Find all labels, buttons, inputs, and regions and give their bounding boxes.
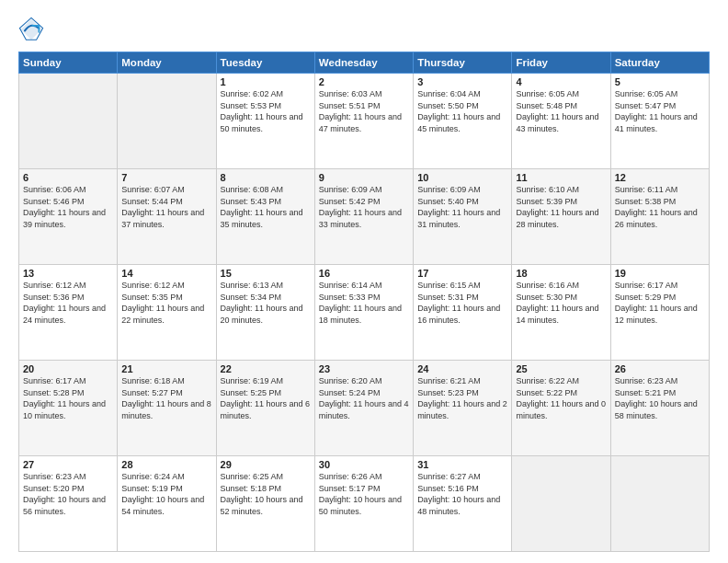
table-row: 23Sunrise: 6:20 AM Sunset: 5:24 PM Dayli…: [314, 361, 413, 456]
day-info: Sunrise: 6:10 AM Sunset: 5:39 PM Dayligh…: [516, 184, 606, 230]
table-row: 25Sunrise: 6:22 AM Sunset: 5:22 PM Dayli…: [512, 361, 610, 456]
logo: [18, 17, 48, 42]
table-row: [118, 74, 216, 169]
day-number: 10: [417, 172, 507, 183]
table-row: 18Sunrise: 6:16 AM Sunset: 5:30 PM Dayli…: [512, 265, 610, 361]
day-info: Sunrise: 6:12 AM Sunset: 5:35 PM Dayligh…: [121, 280, 211, 326]
day-number: 11: [516, 172, 606, 183]
day-info: Sunrise: 6:11 AM Sunset: 5:38 PM Dayligh…: [615, 184, 705, 230]
table-row: 14Sunrise: 6:12 AM Sunset: 5:35 PM Dayli…: [118, 265, 216, 361]
day-number: 21: [121, 363, 211, 374]
calendar-table: Sunday Monday Tuesday Wednesday Thursday…: [18, 52, 710, 552]
day-info: Sunrise: 6:27 AM Sunset: 5:16 PM Dayligh…: [417, 471, 507, 517]
day-info: Sunrise: 6:18 AM Sunset: 5:27 PM Dayligh…: [121, 375, 211, 421]
table-row: 17Sunrise: 6:15 AM Sunset: 5:31 PM Dayli…: [414, 265, 512, 361]
day-info: Sunrise: 6:26 AM Sunset: 5:17 PM Dayligh…: [319, 471, 409, 517]
calendar-week-row: 6Sunrise: 6:06 AM Sunset: 5:46 PM Daylig…: [19, 169, 710, 265]
table-row: 16Sunrise: 6:14 AM Sunset: 5:33 PM Dayli…: [314, 265, 413, 361]
table-row: [19, 74, 118, 169]
day-number: 1: [221, 76, 311, 87]
day-number: 8: [221, 172, 311, 183]
table-row: 28Sunrise: 6:24 AM Sunset: 5:19 PM Dayli…: [118, 456, 216, 552]
day-number: 20: [23, 363, 113, 374]
day-info: Sunrise: 6:12 AM Sunset: 5:36 PM Dayligh…: [23, 280, 113, 326]
day-info: Sunrise: 6:04 AM Sunset: 5:50 PM Dayligh…: [417, 88, 507, 134]
table-row: 9Sunrise: 6:09 AM Sunset: 5:42 PM Daylig…: [314, 169, 413, 265]
table-row: 20Sunrise: 6:17 AM Sunset: 5:28 PM Dayli…: [19, 361, 118, 456]
table-row: 4Sunrise: 6:05 AM Sunset: 5:48 PM Daylig…: [512, 74, 610, 169]
table-row: 29Sunrise: 6:25 AM Sunset: 5:18 PM Dayli…: [216, 456, 314, 552]
table-row: 22Sunrise: 6:19 AM Sunset: 5:25 PM Dayli…: [216, 361, 314, 456]
day-number: 13: [23, 268, 113, 279]
header-sunday: Sunday: [19, 52, 118, 74]
day-number: 29: [221, 459, 311, 470]
table-row: 19Sunrise: 6:17 AM Sunset: 5:29 PM Dayli…: [610, 265, 709, 361]
day-number: 19: [615, 268, 705, 279]
day-info: Sunrise: 6:06 AM Sunset: 5:46 PM Dayligh…: [23, 184, 113, 230]
table-row: 30Sunrise: 6:26 AM Sunset: 5:17 PM Dayli…: [314, 456, 413, 552]
table-row: 3Sunrise: 6:04 AM Sunset: 5:50 PM Daylig…: [414, 74, 512, 169]
day-number: 6: [23, 172, 113, 183]
day-info: Sunrise: 6:09 AM Sunset: 5:42 PM Dayligh…: [319, 184, 409, 230]
day-number: 5: [615, 76, 705, 87]
header-saturday: Saturday: [610, 52, 709, 74]
day-info: Sunrise: 6:24 AM Sunset: 5:19 PM Dayligh…: [121, 471, 211, 517]
day-number: 12: [615, 172, 705, 183]
day-info: Sunrise: 6:05 AM Sunset: 5:47 PM Dayligh…: [615, 88, 705, 134]
day-info: Sunrise: 6:15 AM Sunset: 5:31 PM Dayligh…: [417, 280, 507, 326]
table-row: 12Sunrise: 6:11 AM Sunset: 5:38 PM Dayli…: [610, 169, 709, 265]
day-info: Sunrise: 6:17 AM Sunset: 5:29 PM Dayligh…: [615, 280, 705, 326]
header: [18, 17, 710, 42]
day-info: Sunrise: 6:03 AM Sunset: 5:51 PM Dayligh…: [319, 88, 409, 134]
header-monday: Monday: [118, 52, 216, 74]
table-row: 26Sunrise: 6:23 AM Sunset: 5:21 PM Dayli…: [610, 361, 709, 456]
day-number: 28: [121, 459, 211, 470]
day-info: Sunrise: 6:07 AM Sunset: 5:44 PM Dayligh…: [121, 184, 211, 230]
day-number: 7: [121, 172, 211, 183]
table-row: 5Sunrise: 6:05 AM Sunset: 5:47 PM Daylig…: [610, 74, 709, 169]
day-number: 16: [319, 268, 409, 279]
day-number: 15: [221, 268, 311, 279]
table-row: 31Sunrise: 6:27 AM Sunset: 5:16 PM Dayli…: [414, 456, 512, 552]
calendar-week-row: 1Sunrise: 6:02 AM Sunset: 5:53 PM Daylig…: [19, 74, 710, 169]
day-number: 22: [221, 363, 311, 374]
day-info: Sunrise: 6:25 AM Sunset: 5:18 PM Dayligh…: [221, 471, 311, 517]
day-number: 18: [516, 268, 606, 279]
header-tuesday: Tuesday: [216, 52, 314, 74]
day-number: 25: [516, 363, 606, 374]
day-info: Sunrise: 6:13 AM Sunset: 5:34 PM Dayligh…: [221, 280, 311, 326]
table-row: 7Sunrise: 6:07 AM Sunset: 5:44 PM Daylig…: [118, 169, 216, 265]
header-thursday: Thursday: [414, 52, 512, 74]
day-number: 24: [417, 363, 507, 374]
day-info: Sunrise: 6:23 AM Sunset: 5:20 PM Dayligh…: [23, 471, 113, 517]
day-number: 9: [319, 172, 409, 183]
day-info: Sunrise: 6:19 AM Sunset: 5:25 PM Dayligh…: [221, 375, 311, 421]
day-info: Sunrise: 6:20 AM Sunset: 5:24 PM Dayligh…: [319, 375, 409, 421]
day-number: 27: [23, 459, 113, 470]
day-info: Sunrise: 6:16 AM Sunset: 5:30 PM Dayligh…: [516, 280, 606, 326]
table-row: 24Sunrise: 6:21 AM Sunset: 5:23 PM Dayli…: [414, 361, 512, 456]
day-number: 30: [319, 459, 409, 470]
table-row: 13Sunrise: 6:12 AM Sunset: 5:36 PM Dayli…: [19, 265, 118, 361]
day-info: Sunrise: 6:09 AM Sunset: 5:40 PM Dayligh…: [417, 184, 507, 230]
table-row: 8Sunrise: 6:08 AM Sunset: 5:43 PM Daylig…: [216, 169, 314, 265]
day-number: 17: [417, 268, 507, 279]
calendar-header-row: Sunday Monday Tuesday Wednesday Thursday…: [19, 52, 710, 74]
day-info: Sunrise: 6:22 AM Sunset: 5:22 PM Dayligh…: [516, 375, 606, 421]
day-number: 31: [417, 459, 507, 470]
day-number: 14: [121, 268, 211, 279]
day-number: 2: [319, 76, 409, 87]
table-row: 1Sunrise: 6:02 AM Sunset: 5:53 PM Daylig…: [216, 74, 314, 169]
day-number: 4: [516, 76, 606, 87]
day-number: 23: [319, 363, 409, 374]
day-number: 3: [417, 76, 507, 87]
header-friday: Friday: [512, 52, 610, 74]
table-row: [512, 456, 610, 552]
table-row: [610, 456, 709, 552]
day-info: Sunrise: 6:17 AM Sunset: 5:28 PM Dayligh…: [23, 375, 113, 421]
table-row: 2Sunrise: 6:03 AM Sunset: 5:51 PM Daylig…: [314, 74, 413, 169]
calendar-week-row: 20Sunrise: 6:17 AM Sunset: 5:28 PM Dayli…: [19, 361, 710, 456]
day-info: Sunrise: 6:08 AM Sunset: 5:43 PM Dayligh…: [221, 184, 311, 230]
day-info: Sunrise: 6:23 AM Sunset: 5:21 PM Dayligh…: [615, 375, 705, 421]
day-info: Sunrise: 6:21 AM Sunset: 5:23 PM Dayligh…: [417, 375, 507, 421]
